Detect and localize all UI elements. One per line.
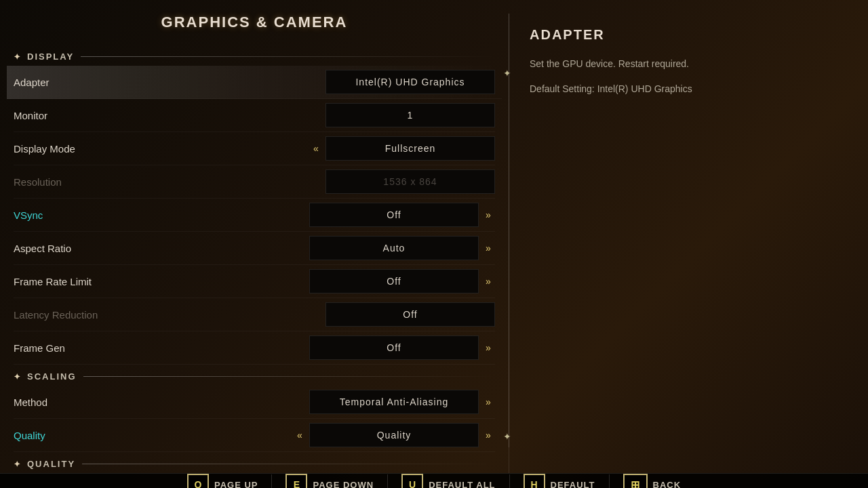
- display-mode-arrow-left[interactable]: «: [309, 136, 323, 161]
- toolbar-sep-2: [387, 474, 388, 488]
- frame-gen-arrow-right[interactable]: »: [481, 336, 495, 360]
- content-area: GRAPHICS & CAMERA ✦ DISPLAY Adapter Inte…: [0, 0, 868, 473]
- default-button[interactable]: H DEFAULT: [524, 474, 595, 488]
- page-down-label: PAGE DOWN: [313, 480, 374, 489]
- section-header-display: ✦ DISPLAY: [14, 52, 495, 62]
- frame-gen-controls: Off »: [309, 336, 495, 360]
- back-key: ⊞: [623, 474, 648, 488]
- default-all-label: DEFAULT ALL: [429, 480, 495, 489]
- aspect-ratio-controls: Auto »: [309, 236, 495, 260]
- resolution-label: Resolution: [14, 176, 285, 188]
- method-controls: Temporal Anti-Aliasing »: [309, 390, 495, 414]
- aspect-ratio-value: Auto: [309, 236, 479, 260]
- default-key: H: [524, 474, 545, 488]
- quality-arrow-left[interactable]: «: [293, 423, 307, 447]
- back-icon: ⊞: [631, 479, 639, 489]
- page-down-key: E: [285, 474, 307, 488]
- setting-row-display-mode[interactable]: Display Mode « Fullscreen: [14, 132, 495, 165]
- bottom-toolbar: Q PAGE UP E PAGE DOWN U DEFAULT ALL H DE…: [0, 473, 868, 488]
- default-all-button[interactable]: U DEFAULT ALL: [401, 474, 495, 488]
- monitor-label: Monitor: [14, 110, 285, 121]
- page-down-button[interactable]: E PAGE DOWN: [285, 474, 374, 488]
- frame-gen-label: Frame Gen: [14, 342, 285, 354]
- setting-row-aspect-ratio[interactable]: Aspect Ratio Auto »: [14, 232, 495, 265]
- frame-rate-arrow-right[interactable]: »: [481, 269, 495, 293]
- setting-row-frame-rate[interactable]: Frame Rate Limit Off »: [14, 265, 495, 298]
- vertical-divider: [509, 14, 509, 447]
- section-icon-display: ✦: [14, 52, 23, 62]
- info-title: ADAPTER: [530, 27, 848, 43]
- toolbar-sep-3: [509, 474, 510, 488]
- latency-controls: Off: [326, 302, 495, 327]
- setting-row-resolution: Resolution 1536 x 864: [14, 165, 495, 199]
- frame-rate-value: Off: [309, 269, 479, 293]
- frame-gen-value: Off: [309, 336, 479, 360]
- vsync-controls: Off »: [309, 203, 495, 227]
- setting-row-vsync[interactable]: VSync Off »: [14, 199, 495, 232]
- back-button[interactable]: ⊞ BACK: [623, 474, 682, 488]
- aspect-ratio-label: Aspect Ratio: [14, 243, 285, 254]
- setting-row-quality[interactable]: Quality « Quality »: [14, 419, 495, 452]
- latency-label: Latency Reduction: [14, 309, 285, 321]
- setting-row-method[interactable]: Method Temporal Anti-Aliasing »: [14, 386, 495, 419]
- toolbar-sep-4: [609, 474, 610, 488]
- adapter-label: Adapter: [14, 77, 285, 88]
- setting-row-monitor[interactable]: Monitor 1: [14, 99, 495, 132]
- main-container: GRAPHICS & CAMERA ✦ DISPLAY Adapter Inte…: [0, 0, 868, 488]
- page-up-button[interactable]: Q PAGE UP: [187, 474, 258, 488]
- page-title: GRAPHICS & CAMERA: [14, 14, 495, 31]
- quality-controls: « Quality »: [293, 423, 495, 447]
- section-icon-scaling: ✦: [14, 372, 23, 382]
- method-label: Method: [14, 396, 285, 408]
- display-mode-label: Display Mode: [14, 143, 285, 155]
- page-up-label: PAGE UP: [214, 480, 258, 489]
- display-mode-controls: « Fullscreen: [309, 136, 495, 161]
- setting-row-frame-gen[interactable]: Frame Gen Off »: [14, 331, 495, 365]
- quality-value: Quality: [309, 423, 479, 447]
- section-header-quality: ✦ QUALITY: [14, 459, 495, 469]
- back-label: BACK: [653, 480, 682, 489]
- resolution-value: 1536 x 864: [326, 169, 495, 194]
- monitor-controls: 1: [326, 103, 495, 127]
- section-icon-quality: ✦: [14, 460, 23, 469]
- section-header-scaling: ✦ SCALING: [14, 371, 495, 382]
- latency-value: Off: [326, 302, 495, 327]
- info-description: Set the GPU device. Restart required.: [530, 56, 848, 71]
- toolbar-sep-1: [271, 474, 272, 488]
- adapter-value: Intel(R) UHD Graphics: [326, 70, 495, 94]
- vsync-value: Off: [309, 203, 479, 227]
- left-panel: GRAPHICS & CAMERA ✦ DISPLAY Adapter Inte…: [0, 14, 509, 473]
- diamond-top-marker: ✦: [503, 68, 511, 79]
- method-value: Temporal Anti-Aliasing: [309, 390, 479, 414]
- default-all-key: U: [401, 474, 423, 488]
- vsync-arrow-right[interactable]: »: [481, 203, 495, 227]
- settings-list: ✦ DISPLAY Adapter Intel(R) UHD Graphics …: [14, 45, 495, 473]
- display-mode-value: Fullscreen: [326, 136, 495, 161]
- frame-rate-controls: Off »: [309, 269, 495, 293]
- frame-rate-label: Frame Rate Limit: [14, 276, 285, 287]
- info-default: Default Setting: Intel(R) UHD Graphics: [530, 81, 848, 96]
- setting-row-latency: Latency Reduction Off: [14, 298, 495, 331]
- vsync-label: VSync: [14, 209, 285, 221]
- method-arrow-right[interactable]: »: [481, 390, 495, 414]
- adapter-controls: Intel(R) UHD Graphics: [326, 70, 495, 94]
- diamond-bottom-marker: ✦: [503, 431, 511, 442]
- monitor-value: 1: [326, 103, 495, 127]
- right-panel: ADAPTER Set the GPU device. Restart requ…: [509, 14, 868, 473]
- resolution-controls: 1536 x 864: [326, 169, 495, 194]
- page-up-key: Q: [187, 474, 209, 488]
- quality-arrow-right[interactable]: »: [481, 423, 495, 447]
- setting-row-adapter[interactable]: Adapter Intel(R) UHD Graphics: [7, 66, 502, 99]
- default-label: DEFAULT: [551, 480, 595, 489]
- aspect-ratio-arrow-right[interactable]: »: [481, 236, 495, 260]
- quality-label: Quality: [14, 430, 285, 441]
